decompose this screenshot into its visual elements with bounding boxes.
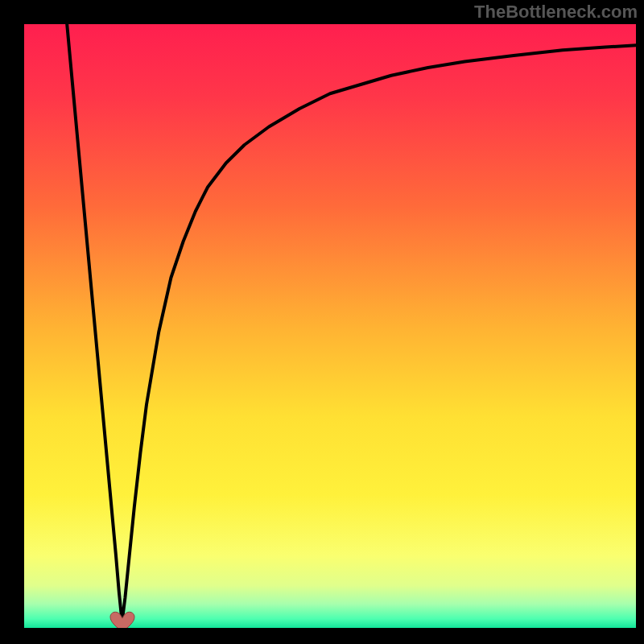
chart-frame: TheBottleneck.com <box>0 0 644 644</box>
plot-area <box>24 24 636 628</box>
bottleneck-curve <box>24 24 636 628</box>
watermark-text: TheBottleneck.com <box>474 2 638 23</box>
optimum-marker-heart-icon <box>109 611 135 629</box>
